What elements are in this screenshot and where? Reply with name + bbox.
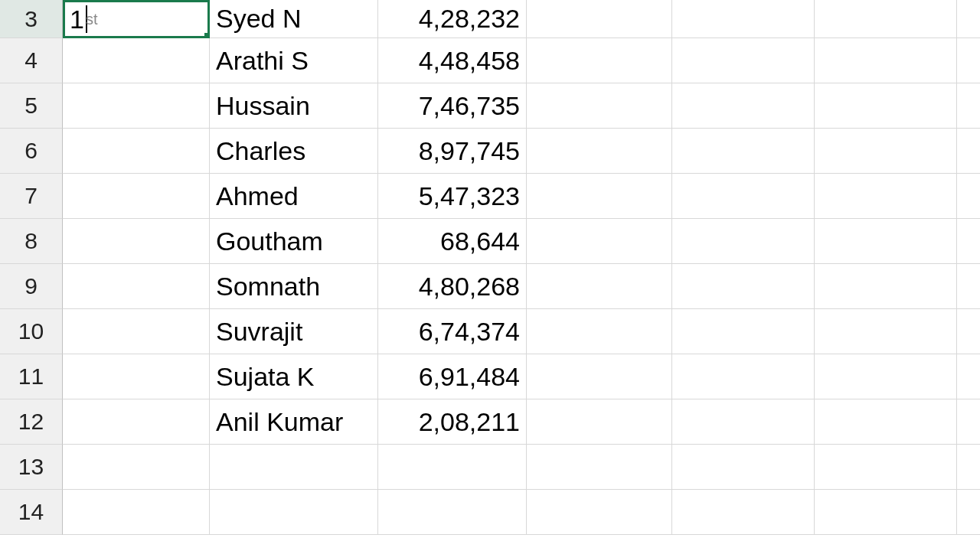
empty-cell[interactable] (527, 445, 672, 490)
empty-cell[interactable] (672, 83, 815, 129)
empty-cell[interactable] (815, 38, 957, 83)
empty-cell[interactable] (672, 174, 815, 219)
cell-amount[interactable]: 8,97,745 (378, 129, 527, 174)
cell-name[interactable]: Anil Kumar (210, 399, 378, 445)
empty-cell[interactable] (957, 38, 980, 83)
empty-cell[interactable] (527, 38, 672, 83)
cell-amount[interactable]: 6,91,484 (378, 354, 527, 399)
empty-cell[interactable] (672, 219, 815, 264)
empty-cell[interactable] (527, 399, 672, 445)
empty-cell[interactable] (957, 264, 980, 309)
empty-cell[interactable] (957, 309, 980, 354)
empty-cell[interactable] (210, 490, 378, 535)
row-header-12[interactable]: 12 (0, 399, 63, 445)
row-header-7[interactable]: 7 (0, 174, 63, 219)
empty-cell[interactable] (527, 0, 672, 38)
empty-cell[interactable] (63, 38, 210, 83)
cell-amount[interactable]: 7,46,735 (378, 83, 527, 129)
spreadsheet-grid[interactable]: 3 1st Syed N 4,28,232 4 Arathi S 4,48,45… (0, 0, 980, 535)
empty-cell[interactable] (815, 399, 957, 445)
empty-cell[interactable] (672, 354, 815, 399)
cell-name[interactable]: Goutham (210, 219, 378, 264)
empty-cell[interactable] (815, 490, 957, 535)
empty-cell[interactable] (527, 309, 672, 354)
empty-cell[interactable] (672, 445, 815, 490)
empty-cell[interactable] (63, 264, 210, 309)
empty-cell[interactable] (815, 264, 957, 309)
empty-cell[interactable] (63, 309, 210, 354)
row-header-11[interactable]: 11 (0, 354, 63, 399)
empty-cell[interactable] (815, 445, 957, 490)
empty-cell[interactable] (957, 490, 980, 535)
empty-cell[interactable] (957, 129, 980, 174)
cell-amount[interactable]: 6,74,374 (378, 309, 527, 354)
empty-cell[interactable] (815, 129, 957, 174)
empty-cell[interactable] (672, 0, 815, 38)
empty-cell[interactable] (957, 354, 980, 399)
empty-cell[interactable] (63, 83, 210, 129)
row-header-9[interactable]: 9 (0, 264, 63, 309)
row-header-6[interactable]: 6 (0, 129, 63, 174)
row-header-10[interactable]: 10 (0, 309, 63, 354)
empty-cell[interactable] (63, 490, 210, 535)
empty-cell[interactable] (957, 0, 980, 38)
row-header-13[interactable]: 13 (0, 445, 63, 490)
empty-cell[interactable] (63, 174, 210, 219)
empty-cell[interactable] (527, 219, 672, 264)
empty-cell[interactable] (957, 83, 980, 129)
empty-cell[interactable] (63, 219, 210, 264)
row-header-8[interactable]: 8 (0, 219, 63, 264)
empty-cell[interactable] (527, 174, 672, 219)
empty-cell[interactable] (378, 490, 527, 535)
row-header-14[interactable]: 14 (0, 490, 63, 535)
empty-cell[interactable] (815, 219, 957, 264)
cell-name[interactable]: Suvrajit (210, 309, 378, 354)
empty-cell[interactable] (957, 219, 980, 264)
cell-amount[interactable]: 5,47,323 (378, 174, 527, 219)
edit-value: 1 (70, 5, 84, 34)
empty-cell[interactable] (527, 490, 672, 535)
empty-cell[interactable] (63, 399, 210, 445)
empty-cell[interactable] (957, 399, 980, 445)
cell-name[interactable]: Arathi S (210, 38, 378, 83)
row-header-5[interactable]: 5 (0, 83, 63, 129)
empty-cell[interactable] (63, 445, 210, 490)
cell-amount[interactable]: 4,80,268 (378, 264, 527, 309)
cell-name[interactable]: Hussain (210, 83, 378, 129)
active-cell-editing[interactable]: 1st (63, 0, 210, 38)
empty-cell[interactable] (672, 38, 815, 83)
empty-cell[interactable] (815, 0, 957, 38)
empty-cell[interactable] (672, 490, 815, 535)
cell-amount[interactable]: 68,644 (378, 219, 527, 264)
cell-amount[interactable]: 4,48,458 (378, 38, 527, 83)
empty-cell[interactable] (957, 174, 980, 219)
empty-cell[interactable] (815, 354, 957, 399)
empty-cell[interactable] (815, 174, 957, 219)
empty-cell[interactable] (527, 129, 672, 174)
row-header-3[interactable]: 3 (0, 0, 63, 38)
empty-cell[interactable] (63, 354, 210, 399)
cell-name[interactable]: Syed N (210, 0, 378, 38)
cell-name[interactable]: Charles (210, 129, 378, 174)
empty-cell[interactable] (957, 445, 980, 490)
cell-amount[interactable]: 4,28,232 (378, 0, 527, 38)
empty-cell[interactable] (672, 129, 815, 174)
empty-cell[interactable] (378, 445, 527, 490)
empty-cell[interactable] (672, 264, 815, 309)
fill-handle[interactable] (204, 33, 210, 38)
empty-cell[interactable] (815, 83, 957, 129)
cell-name[interactable]: Somnath (210, 264, 378, 309)
empty-cell[interactable] (815, 309, 957, 354)
cell-amount[interactable]: 2,08,211 (378, 399, 527, 445)
row-header-4[interactable]: 4 (0, 38, 63, 83)
cell-name[interactable]: Ahmed (210, 174, 378, 219)
cell-name[interactable]: Sujata K (210, 354, 378, 399)
empty-cell[interactable] (527, 264, 672, 309)
empty-cell[interactable] (63, 129, 210, 174)
edit-suffix: st (86, 11, 98, 28)
empty-cell[interactable] (672, 399, 815, 445)
empty-cell[interactable] (527, 354, 672, 399)
empty-cell[interactable] (672, 309, 815, 354)
empty-cell[interactable] (210, 445, 378, 490)
empty-cell[interactable] (527, 83, 672, 129)
